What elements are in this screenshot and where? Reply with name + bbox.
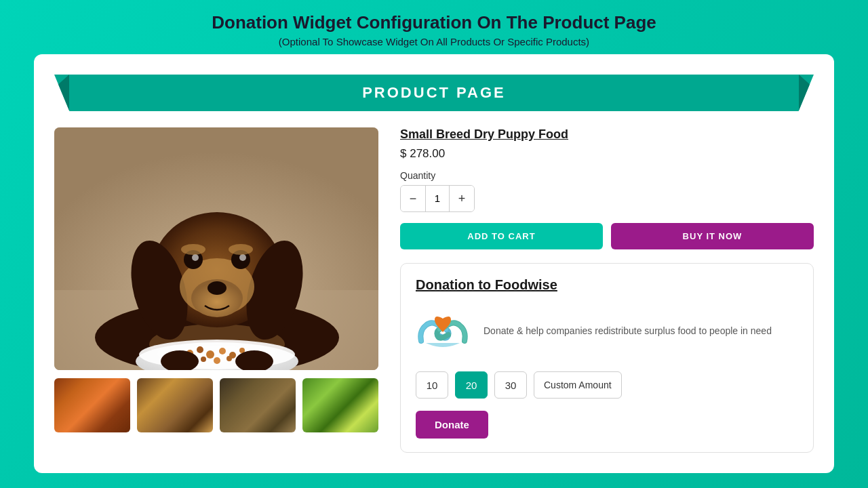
svg-point-14 bbox=[181, 244, 205, 255]
quantity-control: − 1 + bbox=[400, 185, 475, 212]
svg-point-15 bbox=[229, 244, 253, 255]
page-subtitle: (Optional To Showcase Widget On All Prod… bbox=[212, 36, 656, 47]
svg-point-25 bbox=[214, 357, 220, 364]
thumbnail-4[interactable] bbox=[302, 378, 378, 432]
quantity-label: Quantity bbox=[400, 170, 814, 181]
svg-point-26 bbox=[226, 356, 232, 361]
buy-it-now-button[interactable]: BUY IT NOW bbox=[611, 223, 814, 249]
product-card: PRODUCT PAGE bbox=[34, 54, 834, 473]
action-buttons: ADD TO CART BUY IT NOW bbox=[400, 223, 814, 249]
svg-point-24 bbox=[201, 357, 206, 362]
amount-10-button[interactable]: 10 bbox=[416, 371, 448, 399]
svg-point-9 bbox=[208, 281, 226, 295]
add-to-cart-button[interactable]: ADD TO CART bbox=[400, 223, 603, 249]
donation-body: Donate & help companies redistribute sur… bbox=[416, 304, 798, 358]
thumbnail-2[interactable] bbox=[137, 378, 213, 432]
thumbnail-row bbox=[54, 378, 380, 432]
product-banner: PRODUCT PAGE bbox=[54, 75, 814, 111]
amount-30-button[interactable]: 30 bbox=[494, 371, 527, 399]
custom-amount-button[interactable]: Custom Amount bbox=[534, 371, 622, 399]
amount-20-button[interactable]: 20 bbox=[455, 371, 488, 399]
donation-amounts: 10 20 30 Custom Amount bbox=[416, 371, 798, 399]
svg-point-21 bbox=[219, 348, 226, 354]
donation-widget: Donation to Foodwise bbox=[400, 263, 814, 453]
donation-description: Donate & help companies redistribute sur… bbox=[484, 324, 772, 338]
svg-point-13 bbox=[239, 254, 246, 261]
main-product-image bbox=[54, 127, 378, 370]
svg-point-20 bbox=[206, 350, 214, 359]
product-name: Small Breed Dry Puppy Food bbox=[400, 127, 814, 142]
donate-button[interactable]: Donate bbox=[416, 411, 488, 439]
dog-svg bbox=[54, 127, 378, 370]
product-main: Small Breed Dry Puppy Food $ 278.00 Quan… bbox=[54, 127, 814, 453]
quantity-increase-button[interactable]: + bbox=[450, 186, 474, 211]
product-price: $ 278.00 bbox=[400, 147, 814, 161]
svg-point-12 bbox=[192, 254, 199, 261]
heart-hands-icon bbox=[416, 304, 470, 358]
donation-title: Donation to Foodwise bbox=[416, 277, 798, 293]
page-header: Donation Widget Configuration On The Pro… bbox=[198, 0, 670, 54]
product-info: Small Breed Dry Puppy Food $ 278.00 Quan… bbox=[400, 127, 814, 453]
thumbnail-3[interactable] bbox=[220, 378, 296, 432]
quantity-value: 1 bbox=[425, 186, 450, 211]
thumbnail-1[interactable] bbox=[54, 378, 130, 432]
page-title: Donation Widget Configuration On The Pro… bbox=[212, 12, 656, 33]
quantity-decrease-button[interactable]: − bbox=[401, 186, 425, 211]
product-images bbox=[54, 127, 380, 453]
svg-point-19 bbox=[197, 346, 203, 353]
